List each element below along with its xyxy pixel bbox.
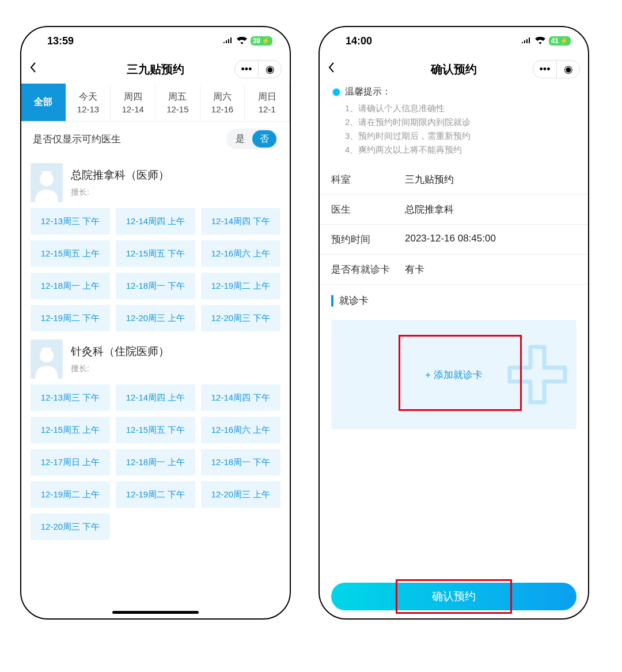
info-label: 预约时间 [331,233,405,246]
battery-icon: 39⚡ [251,36,272,46]
time-slot[interactable]: 12-13周三 下午 [31,384,110,411]
time-slot[interactable]: 12-20周三 上午 [201,481,280,508]
info-label: 医生 [331,203,405,216]
target-icon[interactable]: ◉ [556,60,579,78]
time-slot[interactable]: 12-20周三 下午 [31,514,110,540]
info-row: 是否有就诊卡有卡 [320,255,588,285]
time-slot[interactable]: 12-19周二 下午 [116,481,195,508]
time-slot[interactable]: 12-15周五 上午 [31,417,110,443]
phone-left: 13:59 39⚡ 三九贴预约 ••• ◉ 全部今天12-13周四12-14周五… [20,26,291,620]
doctor-avatar [31,163,63,202]
doctor-avatar [31,339,63,379]
doctor-list[interactable]: 总院推拿科（医师） 擅长: 12-13周三 下午12-14周四 上午12-14周… [21,156,290,618]
date-tabs: 全部今天12-13周四12-14周五12-15周六12-16周日12-1 [21,84,290,122]
status-time: 13:59 [47,35,74,47]
time-slot[interactable]: 12-20周三 下午 [201,305,280,331]
time-slot[interactable]: 12-14周四 上午 [116,384,195,411]
date-tab[interactable]: 周四12-14 [111,84,156,121]
filter-row: 是否仅显示可约医生 是 否 [21,122,290,156]
nav-bar: 确认预约 ••• ◉ [320,55,588,84]
time-slot[interactable]: 12-17周日 上午 [31,449,110,475]
doctor-card: 针灸科（住院医师） 擅长: 12-13周三 下午12-14周四 上午12-14周… [31,335,280,540]
svg-point-1 [40,172,54,186]
battery-icon: 41⚡ [549,36,571,46]
slot-grid: 12-13周三 下午12-14周四 上午12-14周四 下午12-15周五 上午… [31,384,280,540]
section-title: 就诊卡 [320,285,588,315]
tip-line: 3、预约时间过期后，需重新预约 [331,129,577,143]
time-slot[interactable]: 12-19周二 上午 [31,481,110,508]
status-time: 14:00 [346,35,372,47]
phone-right: 14:00 41⚡ 确认预约 ••• ◉ 温馨提示： 1、请确认个人信息准确性2… [318,26,589,620]
status-icons: 39⚡ [223,35,272,47]
signal-icon [521,35,532,47]
tips-title: 温馨提示： [331,86,577,98]
time-slot[interactable]: 12-18周一 上午 [31,273,110,299]
time-slot[interactable]: 12-18周一 下午 [201,449,280,475]
tip-line: 2、请在预约时间期限内到院就诊 [331,115,577,129]
time-slot[interactable]: 12-18周一 下午 [116,273,195,299]
time-slot[interactable]: 12-18周一 上午 [116,449,195,475]
nav-actions: ••• ◉ [234,60,282,78]
time-slot[interactable]: 12-13周三 下午 [31,208,110,235]
toggle-no[interactable]: 否 [252,130,276,148]
info-row: 预约时间2023-12-16 08:45:00 [320,225,588,255]
time-slot[interactable]: 12-14周四 下午 [201,208,280,235]
date-tab[interactable]: 全部 [21,84,66,121]
time-slot[interactable]: 12-15周五 下午 [116,240,195,267]
nav-actions: ••• ◉ [533,60,580,78]
info-value: 总院推拿科 [405,203,454,216]
time-slot[interactable]: 12-15周五 下午 [116,417,195,443]
doctor-specialty: 擅长: [71,187,169,198]
tip-line: 1、请确认个人信息准确性 [331,101,577,115]
wifi-icon [535,35,545,47]
info-value: 三九贴预约 [405,173,454,186]
info-row: 医生总院推拿科 [320,195,588,225]
highlight-box [396,579,512,614]
back-button[interactable] [328,62,338,77]
info-row: 科室三九贴预约 [320,165,588,195]
status-bar: 14:00 41⚡ [320,27,588,55]
section-bar-icon [331,295,333,307]
info-value: 2023-12-16 08:45:00 [405,233,496,246]
doctor-head: 总院推拿科（医师） 擅长: [31,158,280,208]
status-icons: 41⚡ [521,35,571,47]
svg-point-3 [40,349,54,363]
nav-bar: 三九贴预约 ••• ◉ [21,55,290,84]
time-slot[interactable]: 12-19周二 上午 [201,273,280,299]
availability-toggle[interactable]: 是 否 [226,129,278,149]
filter-label: 是否仅显示可约医生 [33,133,121,146]
time-slot[interactable]: 12-14周四 上午 [116,208,195,235]
info-label: 是否有就诊卡 [331,263,405,276]
date-tab[interactable]: 今天12-13 [66,84,111,121]
doctor-specialty: 擅长: [71,364,169,374]
wifi-icon [237,35,247,47]
doctor-name: 针灸科（住院医师） [71,344,169,359]
more-icon[interactable]: ••• [235,60,258,78]
tip-line: 4、爽约两次以上将不能再预约 [331,143,577,157]
date-tab[interactable]: 周日12-1 [245,84,290,121]
tips-box: 温馨提示： 1、请确认个人信息准确性2、请在预约时间期限内到院就诊3、预约时间过… [320,84,588,165]
time-slot[interactable]: 12-16周六 上午 [201,417,280,443]
time-slot[interactable]: 12-14周四 下午 [201,384,280,411]
slot-grid: 12-13周三 下午12-14周四 上午12-14周四 下午12-15周五 上午… [31,208,280,331]
add-card-panel: + 添加就诊卡 [331,320,577,429]
add-card-button[interactable]: + 添加就诊卡 [425,368,483,382]
lightbulb-icon [331,87,342,97]
home-indicator[interactable] [112,611,199,614]
time-slot[interactable]: 12-16周六 上午 [201,240,280,267]
time-slot[interactable]: 12-15周五 上午 [31,240,110,267]
status-bar: 13:59 39⚡ [21,27,290,55]
doctor-card: 总院推拿科（医师） 擅长: 12-13周三 下午12-14周四 上午12-14周… [31,158,280,331]
signal-icon [223,35,233,47]
date-tab[interactable]: 周五12-15 [156,84,200,121]
doctor-name: 总院推拿科（医师） [71,168,169,183]
more-icon[interactable]: ••• [533,60,556,78]
date-tab[interactable]: 周六12-16 [200,84,245,121]
toggle-yes[interactable]: 是 [228,130,252,148]
time-slot[interactable]: 12-20周三 上午 [116,305,195,331]
target-icon[interactable]: ◉ [258,60,281,78]
info-label: 科室 [331,173,405,186]
info-value: 有卡 [405,263,424,276]
time-slot[interactable]: 12-19周二 下午 [31,305,110,331]
back-button[interactable] [29,62,40,77]
